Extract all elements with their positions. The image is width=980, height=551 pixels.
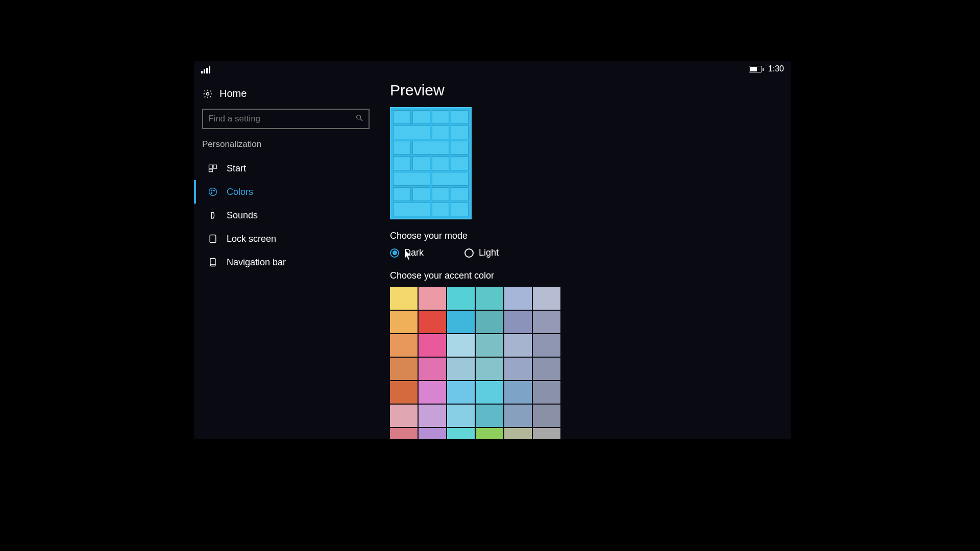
accent-swatch[interactable]: [476, 287, 503, 310]
accent-swatch[interactable]: [419, 334, 446, 357]
svg-point-7: [211, 190, 212, 191]
sidebar-item-colors[interactable]: Colors: [194, 180, 378, 204]
svg-line-2: [360, 119, 362, 121]
mode-light-label: Light: [479, 247, 499, 258]
sidebar-item-label: Start: [227, 163, 246, 174]
accent-swatch[interactable]: [419, 287, 446, 310]
accent-swatch[interactable]: [476, 334, 503, 357]
search-box[interactable]: [202, 109, 370, 129]
search-input[interactable]: [208, 114, 355, 124]
status-bar: 1:30: [194, 61, 791, 77]
accent-swatch[interactable]: [447, 428, 475, 439]
sidebar-item-label: Sounds: [227, 210, 258, 221]
preview-title: Preview: [390, 82, 791, 99]
mode-section-title: Choose your mode: [390, 231, 791, 241]
section-label: Personalization: [194, 139, 378, 157]
theme-preview: [390, 107, 472, 219]
svg-point-0: [207, 92, 209, 95]
accent-swatch[interactable]: [476, 381, 503, 404]
accent-swatch[interactable]: [390, 311, 418, 333]
svg-rect-4: [213, 165, 217, 168]
accent-swatch[interactable]: [533, 405, 560, 427]
svg-rect-5: [209, 169, 213, 172]
accent-swatch[interactable]: [504, 428, 532, 439]
sidebar-item-label: Navigation bar: [227, 257, 286, 268]
accent-swatch[interactable]: [419, 358, 446, 380]
svg-rect-3: [209, 165, 213, 168]
svg-rect-10: [210, 235, 216, 243]
accent-swatch[interactable]: [390, 334, 418, 357]
settings-screen: 1:30 Home Personalization StartColorsSou…: [194, 61, 791, 439]
nav-icon: [207, 210, 218, 221]
accent-swatch[interactable]: [533, 334, 560, 357]
home-button[interactable]: Home: [194, 86, 378, 109]
accent-swatch[interactable]: [447, 311, 475, 333]
svg-point-9: [211, 192, 212, 193]
accent-swatch[interactable]: [419, 311, 446, 333]
battery-icon: [749, 66, 762, 72]
nav-icon: [207, 257, 218, 268]
sidebar-item-lock-screen[interactable]: Lock screen: [194, 227, 378, 251]
mode-dark-label: Dark: [404, 247, 424, 258]
accent-swatch[interactable]: [419, 428, 446, 439]
accent-swatch[interactable]: [504, 287, 532, 310]
accent-swatch[interactable]: [504, 358, 532, 380]
radio-icon: [390, 248, 399, 258]
accent-swatch[interactable]: [476, 358, 503, 380]
accent-swatch[interactable]: [504, 381, 532, 404]
accent-swatch[interactable]: [504, 334, 532, 357]
mode-radio-light[interactable]: Light: [464, 247, 499, 258]
nav-icon: [207, 186, 218, 197]
nav-icon: [207, 163, 218, 174]
accent-swatch[interactable]: [476, 311, 503, 333]
accent-swatch[interactable]: [533, 311, 560, 333]
radio-icon: [464, 248, 474, 258]
signal-icon: [201, 64, 211, 73]
gear-icon: [202, 88, 213, 99]
svg-point-6: [209, 188, 217, 196]
nav-icon: [207, 233, 218, 244]
sidebar-item-start[interactable]: Start: [194, 157, 378, 180]
accent-swatch[interactable]: [447, 381, 475, 404]
accent-swatch[interactable]: [504, 311, 532, 333]
accent-swatch[interactable]: [447, 334, 475, 357]
sidebar-item-navigation-bar[interactable]: Navigation bar: [194, 251, 378, 274]
search-icon: [355, 114, 363, 124]
accent-swatch[interactable]: [390, 428, 418, 439]
svg-point-8: [213, 190, 214, 191]
accent-swatch[interactable]: [419, 405, 446, 427]
accent-color-grid: [390, 287, 560, 439]
accent-swatch[interactable]: [419, 381, 446, 404]
home-label: Home: [219, 88, 247, 99]
accent-swatch[interactable]: [476, 405, 503, 427]
main-panel: Preview Choose your mode Dark Light: [378, 77, 791, 439]
accent-swatch[interactable]: [447, 358, 475, 380]
accent-swatch[interactable]: [390, 405, 418, 427]
sidebar-item-label: Colors: [227, 187, 253, 197]
sidebar-item-label: Lock screen: [227, 234, 276, 244]
accent-swatch[interactable]: [390, 358, 418, 380]
accent-swatch[interactable]: [533, 287, 560, 310]
sidebar-item-sounds[interactable]: Sounds: [194, 204, 378, 227]
accent-section-title: Choose your accent color: [390, 270, 791, 281]
accent-swatch[interactable]: [504, 405, 532, 427]
accent-swatch[interactable]: [533, 428, 560, 439]
accent-swatch[interactable]: [390, 287, 418, 310]
accent-swatch[interactable]: [533, 358, 560, 380]
mode-radio-dark[interactable]: Dark: [390, 247, 424, 258]
accent-swatch[interactable]: [533, 381, 560, 404]
svg-point-1: [357, 115, 361, 119]
clock: 1:30: [768, 64, 784, 73]
accent-swatch[interactable]: [476, 428, 503, 439]
sidebar: Home Personalization StartColorsSoundsLo…: [194, 77, 378, 439]
accent-swatch[interactable]: [447, 405, 475, 427]
svg-rect-11: [210, 259, 215, 266]
accent-swatch[interactable]: [447, 287, 475, 310]
accent-swatch[interactable]: [390, 381, 418, 404]
